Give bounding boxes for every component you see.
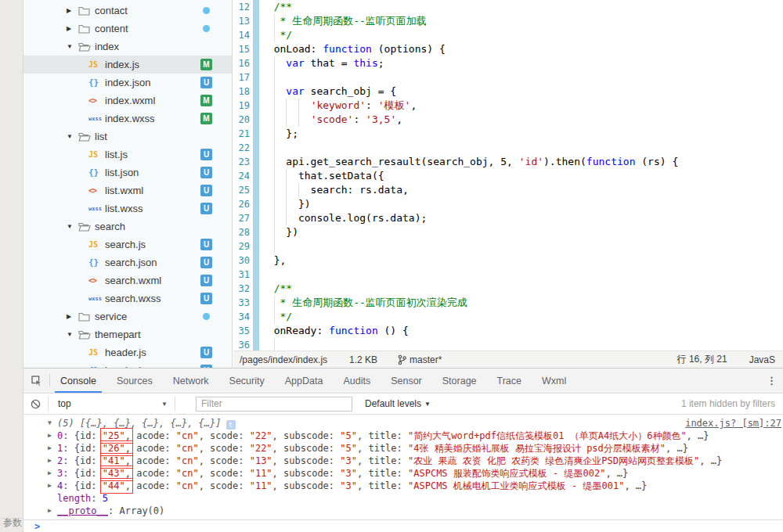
console-array-preview[interactable]: ▼(5) [{…}, {…}, {…}, {…}, {…}]tindex.js?… (23, 417, 783, 430)
code-line-35[interactable]: 35 onReady: function () { (233, 324, 783, 338)
tab-wxml[interactable]: Wxml (532, 368, 576, 393)
code-line-34[interactable]: 34 */ (233, 310, 783, 324)
tree-item-list.js[interactable]: JSlist.jsU (23, 146, 232, 164)
expand-arrow-icon[interactable]: ▶ (67, 7, 78, 14)
line-number[interactable]: 27 (233, 211, 253, 225)
console-row-0[interactable]: ▶0: {id: "25", acode: "cn", scode: "22",… (23, 430, 783, 442)
code-line-14[interactable]: 14 */ (233, 28, 783, 42)
code-line-32[interactable]: 32 /** (233, 282, 783, 296)
more-options-icon[interactable]: ⋮ (767, 368, 777, 393)
git-branch-indicator[interactable]: master* (398, 354, 442, 365)
line-number[interactable]: 12 (233, 0, 253, 14)
tree-item-search.js[interactable]: JSsearch.jsU (23, 235, 232, 253)
execution-context-dropdown[interactable]: top ▼ (58, 398, 168, 409)
tab-storage[interactable]: Storage (432, 368, 487, 393)
code-line-25[interactable]: 25 search: rs.data, (233, 183, 783, 197)
tree-item-search.wxml[interactable]: <>search.wxmlU (23, 271, 232, 289)
expand-caret-icon[interactable]: ▶ (48, 442, 52, 455)
line-number[interactable]: 23 (233, 155, 253, 169)
console-row-1[interactable]: ▶1: {id: "26", acode: "cn", scode: "22",… (23, 442, 783, 455)
tree-item-index.wxss[interactable]: wxssindex.wxssM (23, 110, 232, 128)
tab-network[interactable]: Network (163, 368, 219, 393)
collapse-arrow-icon[interactable]: ▼ (67, 331, 78, 338)
line-number[interactable]: 32 (233, 282, 253, 296)
expand-caret-icon[interactable]: ▶ (48, 430, 52, 442)
console-proto-row[interactable]: ▶__proto__: Array(0) (23, 505, 783, 517)
tree-item-index.wxml[interactable]: <>index.wxmlM (23, 92, 232, 110)
collapse-arrow-icon[interactable]: ▼ (67, 133, 78, 140)
tab-security[interactable]: Security (219, 368, 275, 393)
tree-item-index.json[interactable]: {}index.jsonU (23, 74, 232, 92)
code-line-17[interactable]: 17 (233, 70, 783, 84)
code-line-21[interactable]: 21 }; (233, 127, 783, 141)
collapse-caret-icon[interactable]: ▼ (48, 417, 52, 430)
code-line-20[interactable]: 20 'scode': '3,5', (233, 113, 783, 127)
expand-caret-icon[interactable]: ▶ (48, 480, 52, 492)
log-levels-dropdown[interactable]: Default levels ▼ (365, 398, 431, 409)
tab-sensor[interactable]: Sensor (381, 368, 432, 393)
console-row-4[interactable]: ▶4: {id: "44", acode: "cn", scode: "11",… (23, 480, 783, 492)
tree-item-list.json[interactable]: {}list.jsonU (23, 164, 232, 182)
tab-trace[interactable]: Trace (487, 368, 532, 393)
tree-item-index[interactable]: ▼index (23, 38, 232, 56)
line-number[interactable]: 26 (233, 197, 253, 211)
code-line-29[interactable]: 29 (233, 239, 783, 253)
tree-item-search.wxss[interactable]: wxsssearch.wxssU (23, 289, 232, 307)
console-filter-input[interactable] (196, 397, 352, 412)
code-editor[interactable]: 12 /**13 * 生命周期函数--监听页面加载14 */15 onLoad:… (233, 0, 783, 350)
tree-item-service[interactable]: ▶service (23, 307, 232, 325)
tree-item-list.wxml[interactable]: <>list.wxmlU (23, 182, 232, 200)
code-line-18[interactable]: 18 var search_obj = { (233, 84, 783, 99)
console-source-link[interactable]: index.js? [sm]:27 (685, 417, 781, 430)
code-line-12[interactable]: 12 /** (233, 0, 783, 14)
line-number[interactable]: 28 (233, 225, 253, 239)
console-row-3[interactable]: ▶3: {id: "43", acode: "cn", scode: "11",… (23, 467, 783, 480)
line-number[interactable]: 36 (233, 338, 253, 350)
tree-item-index.js[interactable]: JSindex.jsM (23, 56, 232, 74)
line-number[interactable]: 35 (233, 324, 253, 338)
line-number[interactable]: 19 (233, 99, 253, 113)
code-line-26[interactable]: 26 }) (233, 197, 783, 211)
expand-caret-icon[interactable]: ▶ (48, 467, 52, 480)
expand-arrow-icon[interactable]: ▶ (67, 25, 78, 32)
tree-item-search.json[interactable]: {}search.jsonU (23, 253, 232, 271)
file-tree-panel[interactable]: ▶contact▶content▼indexJSindex.jsM{}index… (23, 0, 233, 368)
code-line-16[interactable]: 16 var that = this; (233, 56, 783, 70)
expand-caret-icon[interactable]: ▶ (48, 505, 52, 517)
line-number[interactable]: 21 (233, 127, 253, 141)
code-line-13[interactable]: 13 * 生命周期函数--监听页面加载 (233, 14, 783, 28)
code-line-22[interactable]: 22 (233, 141, 783, 155)
console-prompt[interactable]: > (23, 519, 783, 532)
tree-item-list.wxss[interactable]: wxsslist.wxssU (23, 200, 232, 217)
code-line-19[interactable]: 19 'keyword': '模板', (233, 99, 783, 113)
tab-sources[interactable]: Sources (106, 368, 163, 393)
tree-item-content[interactable]: ▶content (23, 20, 232, 38)
line-number[interactable]: 31 (233, 268, 253, 282)
line-number[interactable]: 33 (233, 296, 253, 310)
line-number[interactable]: 13 (233, 14, 253, 28)
line-number[interactable]: 34 (233, 310, 253, 324)
code-line-15[interactable]: 15 onLoad: function (options) { (233, 42, 783, 56)
expand-caret-icon[interactable]: ▶ (48, 455, 52, 467)
code-line-27[interactable]: 27 console.log(rs.data); (233, 211, 783, 225)
code-line-23[interactable]: 23 api.get_search_resault(search_obj, 5,… (233, 155, 783, 169)
code-line-33[interactable]: 33 * 生命周期函数--监听页面初次渲染完成 (233, 296, 783, 310)
inspect-element-button[interactable] (23, 368, 49, 393)
console-row-2[interactable]: ▶2: {id: "41", acode: "cn", scode: "13",… (23, 455, 783, 467)
tree-item-header.json[interactable]: {}header.jsonU (23, 361, 232, 368)
code-line-28[interactable]: 28 }) (233, 225, 783, 239)
collapse-arrow-icon[interactable]: ▼ (67, 43, 78, 50)
line-number[interactable]: 18 (233, 84, 253, 99)
tree-item-header.js[interactable]: JSheader.jsU (23, 343, 232, 361)
language-mode[interactable]: JavaS (749, 354, 775, 365)
line-number[interactable]: 14 (233, 28, 253, 42)
tab-audits[interactable]: Audits (333, 368, 381, 393)
code-line-31[interactable]: 31 (233, 268, 783, 282)
tab-console[interactable]: Console (50, 368, 106, 393)
line-number[interactable]: 25 (233, 183, 253, 197)
clear-console-button[interactable] (31, 399, 41, 409)
line-number[interactable]: 30 (233, 253, 253, 268)
line-number[interactable]: 15 (233, 42, 253, 56)
tree-item-list[interactable]: ▼list (23, 128, 232, 146)
line-number[interactable]: 17 (233, 70, 253, 84)
